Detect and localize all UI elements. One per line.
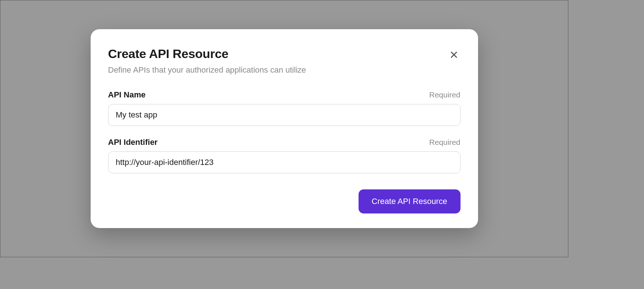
api-identifier-required-badge: Required [429,138,460,147]
close-button[interactable] [447,48,461,61]
modal-subtitle: Define APIs that your authorized applica… [108,65,447,75]
create-api-resource-modal: Create API Resource Define APIs that you… [91,29,478,228]
api-name-required-badge: Required [429,90,460,99]
modal-header: Create API Resource Define APIs that you… [108,47,461,75]
modal-title-group: Create API Resource Define APIs that you… [108,47,447,75]
api-name-label: API Name [108,90,146,100]
modal-footer: Create API Resource [108,189,461,213]
api-identifier-label-row: API Identifier Required [108,138,461,147]
api-identifier-label: API Identifier [108,138,158,147]
api-identifier-input[interactable] [108,151,461,173]
api-identifier-group: API Identifier Required [108,138,461,173]
dialog-backdrop: Create API Resource Define APIs that you… [0,0,568,257]
close-icon [449,50,459,60]
create-api-resource-button[interactable]: Create API Resource [359,189,461,213]
api-name-input[interactable] [108,104,461,126]
api-name-group: API Name Required [108,90,461,126]
modal-title: Create API Resource [108,47,447,61]
api-name-label-row: API Name Required [108,90,461,100]
